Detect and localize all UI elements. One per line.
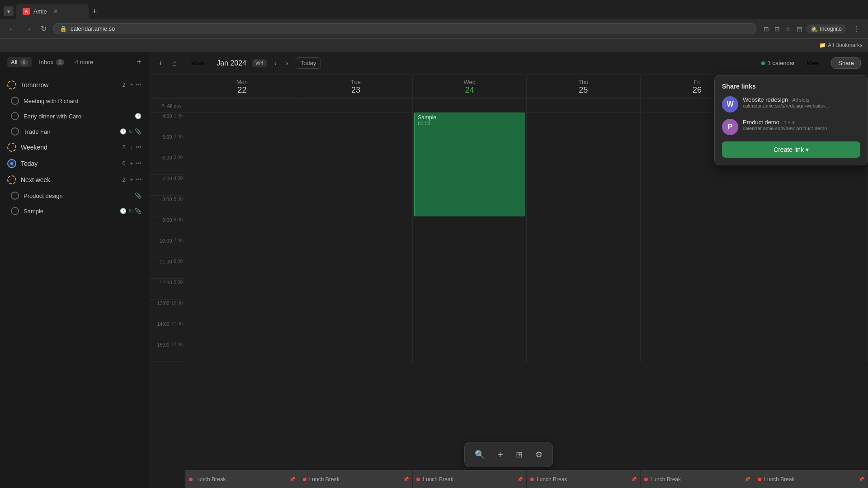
day-cell-7-4[interactable] (641, 258, 755, 279)
day-cell-4-1[interactable] (299, 196, 413, 216)
day-cell-5-2[interactable] (413, 216, 527, 237)
day-cell-11-5[interactable] (754, 341, 868, 362)
day-cell-5-0[interactable] (185, 216, 299, 237)
tab-group-button[interactable]: ▾ (4, 6, 14, 16)
day-cell-9-0[interactable] (185, 300, 299, 320)
day-cell-8-5[interactable] (754, 279, 868, 300)
day-cell-8-4[interactable] (641, 279, 755, 300)
day-cell-1-2[interactable] (413, 133, 527, 154)
day-cell-9-2[interactable] (413, 300, 527, 320)
day-cell-10-3[interactable] (527, 320, 641, 341)
create-link-button[interactable]: Create link ▾ (722, 141, 860, 158)
meet-button[interactable]: Meet (800, 58, 826, 68)
day-cell-2-2[interactable] (413, 154, 527, 175)
today-more-button[interactable]: ••• (136, 160, 142, 167)
day-cell-10-1[interactable] (299, 320, 413, 341)
day-cell-0-1[interactable] (299, 113, 413, 133)
day-cell-4-2[interactable] (413, 196, 527, 216)
task-early-dinner[interactable]: Early dinner with Carol 🕐 (0, 108, 149, 124)
settings-toolbar-button[interactable]: ⚙ (533, 447, 545, 462)
today-add-button[interactable]: + (130, 160, 133, 167)
weekend-more-button[interactable]: ••• (136, 144, 142, 150)
add-toolbar-button[interactable]: + (495, 446, 506, 463)
day-cell-5-4[interactable] (641, 216, 755, 237)
reload-button[interactable]: ↻ (38, 23, 49, 35)
day-cell-5-5[interactable] (754, 216, 868, 237)
allday-cell-mon[interactable] (185, 99, 299, 112)
day-cell-3-1[interactable] (299, 175, 413, 196)
next-week-more-button[interactable]: ••• (136, 177, 142, 183)
day-cell-11-4[interactable] (641, 341, 755, 362)
active-tab[interactable]: A Amie ✕ (16, 4, 89, 19)
day-cell-7-2[interactable] (413, 258, 527, 279)
day-cell-3-0[interactable] (185, 175, 299, 196)
lunch-bar-3[interactable]: Lunch Break📌 (527, 470, 641, 488)
day-cell-6-1[interactable] (299, 237, 413, 258)
tab-inbox[interactable]: Inbox 0 (35, 57, 68, 67)
day-cell-1-0[interactable] (185, 133, 299, 154)
weekend-add-button[interactable]: + (130, 144, 133, 150)
forward-button[interactable]: → (22, 23, 34, 35)
day-cell-10-0[interactable] (185, 320, 299, 341)
day-cell-9-1[interactable] (299, 300, 413, 320)
home-button[interactable]: ⌂ (170, 57, 179, 69)
expand-sidebar-button[interactable]: + (156, 57, 164, 69)
task-meeting-richard[interactable]: Meeting with Richard (0, 93, 149, 108)
today-button[interactable]: Today (296, 57, 321, 69)
day-cell-11-3[interactable] (527, 341, 641, 362)
day-cell-8-0[interactable] (185, 279, 299, 300)
lunch-bar-1[interactable]: Lunch Break📌 (299, 470, 413, 488)
day-cell-4-4[interactable] (641, 196, 755, 216)
day-cell-11-0[interactable] (185, 341, 299, 362)
cast-icon[interactable]: ⊡ (764, 25, 769, 33)
day-cell-2-1[interactable] (299, 154, 413, 175)
day-cell-10-5[interactable] (754, 320, 868, 341)
day-cell-0-3[interactable] (527, 113, 641, 133)
lunch-bar-4[interactable]: Lunch Break📌 (641, 470, 755, 488)
task-sample[interactable]: Sample 🕐 ↻ 📎 (0, 203, 149, 219)
new-tab-button[interactable]: + (89, 5, 101, 18)
section-next-week[interactable]: Next week 2 + ••• (0, 172, 149, 188)
day-cell-5-3[interactable] (527, 216, 641, 237)
day-cell-2-0[interactable] (185, 154, 299, 175)
layout-toolbar-button[interactable]: ⊞ (513, 447, 525, 462)
address-bar[interactable]: 🔒 calendar.amie.so (53, 23, 756, 34)
day-cell-6-0[interactable] (185, 237, 299, 258)
task-trade-fair[interactable]: Trade Fair 🕐 ↻ 📎 (0, 124, 149, 139)
incognito-button[interactable]: 🕵 Incognito (806, 24, 846, 33)
allday-cell-tue[interactable] (299, 99, 413, 112)
lunch-bar-2[interactable]: Lunch Break📌 (413, 470, 527, 488)
day-cell-5-1[interactable] (299, 216, 413, 237)
day-cell-6-3[interactable] (527, 237, 641, 258)
next-week-button[interactable]: › (284, 57, 290, 69)
tab-more[interactable]: 4 more (71, 57, 97, 67)
tomorrow-add-button[interactable]: + (130, 82, 133, 88)
day-cell-6-2[interactable] (413, 237, 527, 258)
add-item-button[interactable]: + (137, 57, 142, 67)
task-product-design[interactable]: Product design 📎 (0, 188, 149, 203)
day-cell-8-1[interactable] (299, 279, 413, 300)
day-cell-9-3[interactable] (527, 300, 641, 320)
day-cell-4-0[interactable] (185, 196, 299, 216)
section-weekend[interactable]: Weekend 2 + ••• (0, 139, 149, 155)
tomorrow-more-button[interactable]: ••• (136, 82, 142, 88)
day-cell-3-5[interactable] (754, 175, 868, 196)
tab-all[interactable]: All 6 (7, 57, 32, 67)
work-view-button[interactable]: Work (185, 58, 211, 68)
day-cell-10-2[interactable] (413, 320, 527, 341)
day-cell-1-1[interactable] (299, 133, 413, 154)
day-cell-9-5[interactable] (754, 300, 868, 320)
bookmark-icon[interactable]: ☆ (785, 25, 791, 33)
next-week-add-button[interactable]: + (130, 177, 133, 183)
day-cell-3-2[interactable] (413, 175, 527, 196)
day-cell-3-3[interactable] (527, 175, 641, 196)
browser-menu-button[interactable]: ⋮ (850, 23, 863, 35)
day-cell-0-2[interactable]: Sample00:00 (413, 113, 527, 133)
all-bookmarks-link[interactable]: 📁 All Bookmarks (819, 42, 863, 48)
reader-mode-icon[interactable]: ▤ (797, 25, 802, 33)
day-cell-1-3[interactable] (527, 133, 641, 154)
search-toolbar-button[interactable]: 🔍 (472, 447, 487, 462)
day-cell-8-3[interactable] (527, 279, 641, 300)
day-cell-7-3[interactable] (527, 258, 641, 279)
day-cell-6-5[interactable] (754, 237, 868, 258)
